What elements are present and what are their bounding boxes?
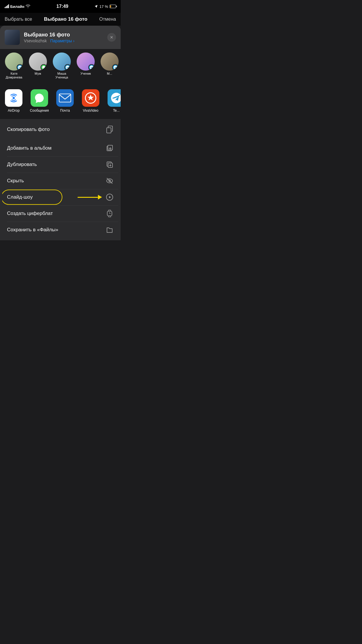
app-label: VivaVideo: [83, 108, 99, 113]
watch-face-button[interactable]: Создать циферблат: [2, 205, 118, 222]
status-left: Билайн: [5, 4, 30, 9]
person-avatar: [77, 52, 95, 71]
select-all-button[interactable]: Выбрать все: [5, 17, 32, 22]
hide-button[interactable]: Скрыть: [2, 173, 118, 189]
person-name: М...: [107, 72, 112, 76]
wifi-icon: [26, 5, 30, 8]
person-name: МашаУченица: [55, 72, 68, 79]
location-icon: [94, 5, 98, 8]
person-item[interactable]: Муж: [27, 52, 49, 79]
svg-rect-2: [59, 94, 71, 102]
svg-point-1: [13, 97, 15, 99]
divider: [0, 83, 121, 85]
battery-percent: 17 %: [99, 4, 108, 9]
share-close-button[interactable]: ✕: [107, 33, 116, 42]
airdrop-app-icon: [5, 89, 22, 107]
telegram-badge: [88, 64, 95, 71]
person-name: КатяДомрачева: [6, 72, 22, 79]
imessage-badge: [41, 64, 47, 71]
telegram-app-icon: [108, 89, 121, 107]
watch-icon: [106, 209, 114, 218]
add-to-album-button[interactable]: Добавить в альбом: [2, 140, 118, 156]
telegram-svg: [110, 92, 121, 104]
slideshow-arrow: [78, 195, 102, 200]
share-settings-link[interactable]: Параметры ›: [50, 38, 74, 43]
hide-icon: [106, 177, 114, 185]
app-label: AirDrop: [8, 108, 20, 113]
slideshow-label: Слайд-шоу: [7, 194, 33, 200]
app-item-telegram[interactable]: Te...: [106, 89, 121, 113]
status-time: 17:49: [57, 4, 68, 9]
app-label: Te...: [113, 108, 120, 113]
messages-svg: [34, 92, 45, 104]
hide-label: Скрыть: [7, 178, 24, 184]
save-to-files-button[interactable]: Сохранить в «Файлы»: [2, 222, 118, 238]
album-icon: [106, 144, 114, 152]
app-item-mail[interactable]: Почта: [55, 89, 75, 113]
duplicate-label: Дублировать: [7, 162, 37, 167]
person-avatar: [29, 52, 47, 71]
battery-icon: [110, 5, 116, 8]
slideshow-icon: [106, 193, 114, 201]
action-list-main: Добавить в альбом Дублировать: [2, 140, 118, 238]
battery-fill: [110, 5, 111, 8]
files-icon: [106, 226, 114, 234]
share-header-info: Выбрано 16 фото Vsevolozhsk Параметры ›: [24, 32, 107, 43]
duplicate-icon: [106, 160, 114, 169]
status-right: 17 %: [94, 4, 116, 9]
person-name: Муж: [35, 72, 41, 76]
app-label: Сообщения: [30, 108, 49, 113]
mail-svg: [59, 94, 71, 102]
app-item-messages[interactable]: Сообщения: [29, 89, 50, 113]
battery-container: [110, 5, 116, 8]
slideshow-button[interactable]: Слайд-шоу: [2, 189, 118, 205]
copy-photos-label: Скопировать фото: [7, 127, 50, 132]
person-name: Ученик: [80, 72, 91, 76]
person-item[interactable]: КатяДомрачева: [3, 52, 25, 79]
vivavideo-svg: [84, 92, 97, 104]
person-item[interactable]: Ученик: [75, 52, 97, 79]
app-item-airdrop[interactable]: AirDrop: [3, 89, 24, 113]
app-label: Почта: [60, 108, 70, 113]
svg-rect-19: [108, 210, 111, 211]
person-avatar: [5, 52, 23, 71]
share-location: Vsevolozhsk: [24, 38, 47, 43]
nav-title: Выбрано 16 фото: [44, 16, 87, 22]
nav-bar: Выбрать все Выбрано 16 фото Отмена: [0, 13, 121, 26]
person-avatar: [53, 52, 71, 71]
person-item[interactable]: МашаУченица: [51, 52, 73, 79]
app-row: AirDrop Сообщения Почта: [0, 85, 121, 117]
action-list-copy: Скопировать фото: [2, 121, 118, 138]
telegram-badge: [112, 64, 119, 71]
divider: [0, 117, 121, 119]
carrier-name: Билайн: [10, 4, 24, 9]
share-header: Выбрано 16 фото Vsevolozhsk Параметры › …: [0, 26, 121, 49]
messages-app-icon: [31, 89, 48, 107]
person-item[interactable]: М...: [99, 52, 121, 79]
airdrop-svg: [7, 91, 20, 105]
watch-face-label: Создать циферблат: [7, 211, 53, 216]
close-icon: ✕: [110, 35, 113, 40]
save-to-files-label: Сохранить в «Файлы»: [7, 227, 58, 233]
vivavideo-app-icon: [82, 89, 99, 107]
svg-rect-20: [108, 216, 111, 217]
people-row: КатяДомрачева Муж МашаУченица: [0, 49, 121, 83]
status-bar: Билайн 17:49 17 %: [0, 0, 121, 13]
telegram-badge: [17, 64, 23, 71]
share-subtitle: Vsevolozhsk Параметры ›: [24, 38, 107, 43]
copy-icon: [106, 125, 114, 134]
share-thumbnail: [5, 30, 20, 45]
app-item-vivavideo[interactable]: VivaVideo: [80, 89, 101, 113]
svg-rect-5: [107, 128, 111, 133]
duplicate-button[interactable]: Дублировать: [2, 156, 118, 173]
share-title: Выбрано 16 фото: [24, 32, 107, 38]
cancel-button[interactable]: Отмена: [99, 17, 116, 22]
telegram-badge: [64, 64, 71, 71]
copy-photos-button[interactable]: Скопировать фото: [2, 121, 118, 138]
add-to-album-label: Добавить в альбом: [7, 145, 52, 151]
person-avatar: [101, 52, 119, 71]
signal-bars: [5, 5, 9, 8]
mail-app-icon: [56, 89, 74, 107]
share-sheet: Выбрано 16 фото Vsevolozhsk Параметры › …: [0, 26, 121, 240]
